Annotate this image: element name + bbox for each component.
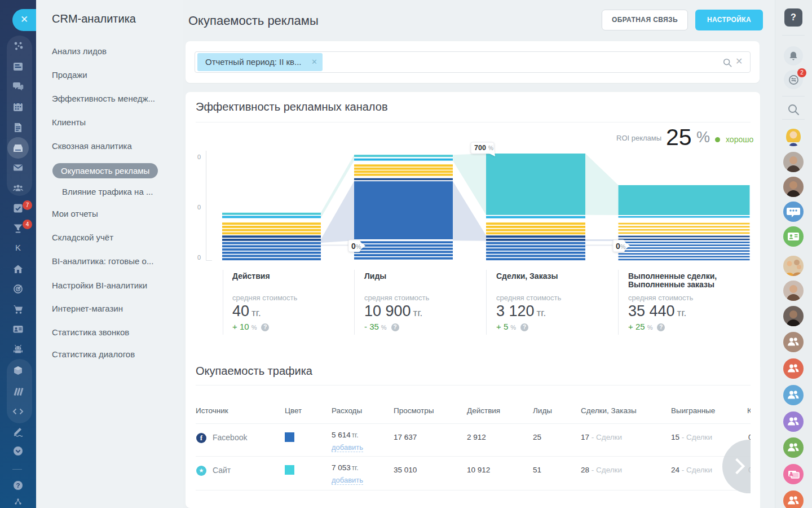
svg-text:0: 0 [351, 242, 356, 251]
svg-text:0: 0 [197, 204, 201, 211]
svg-text:0: 0 [197, 154, 201, 160]
svg-text:%: % [488, 145, 493, 151]
svg-text:%: % [620, 243, 625, 250]
svg-text:0: 0 [616, 242, 620, 251]
svg-text:?: ? [16, 482, 20, 489]
svg-text:%: % [356, 243, 361, 250]
svg-text:700: 700 [474, 144, 486, 152]
svg-text:0: 0 [197, 254, 201, 261]
